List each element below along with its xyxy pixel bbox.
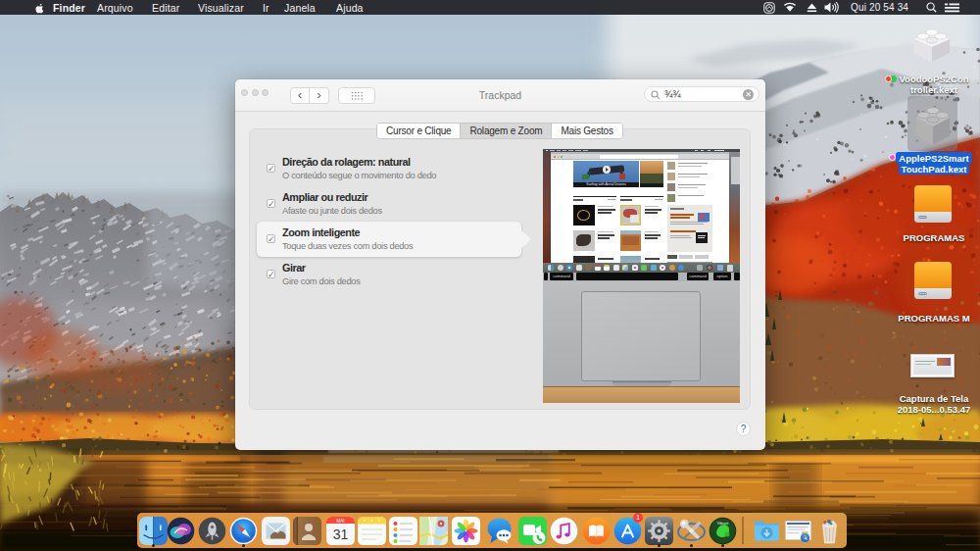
svg-text:31: 31 — [332, 526, 348, 542]
svg-text:MAI: MAI — [336, 518, 344, 523]
svg-text:Vibrant: Vibrant — [716, 522, 727, 526]
